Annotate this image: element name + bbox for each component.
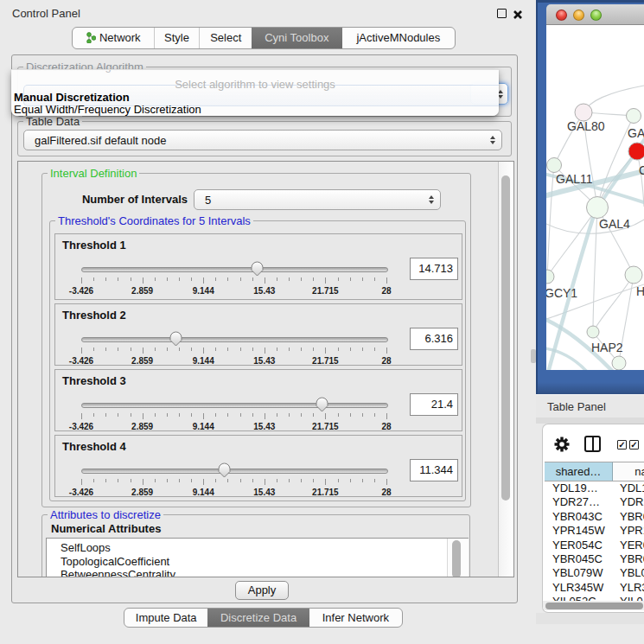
network-node-label: GAL11 — [556, 172, 593, 186]
slider-tick — [203, 413, 204, 419]
tab-select[interactable]: Select — [199, 28, 252, 48]
slider-tick — [313, 413, 314, 417]
table-data-combobox[interactable]: galFiltered.sif default node — [23, 130, 502, 150]
algorithm-option-manual[interactable]: Manual Discretization — [14, 91, 130, 104]
tab-network[interactable]: Network — [73, 28, 154, 48]
slider-thumb[interactable] — [316, 397, 328, 412]
slider-tick — [338, 277, 339, 281]
network-node-label: GAL4 — [599, 217, 630, 231]
table-cell-name[interactable]: YDL1 — [620, 481, 644, 494]
slider-tick — [277, 413, 277, 417]
slider-track[interactable] — [81, 403, 388, 408]
threshold-value-field[interactable]: 6.316 — [410, 328, 458, 350]
minimize-traffic-light[interactable] — [573, 10, 584, 21]
list-scrollbar-track[interactable] — [447, 539, 469, 577]
threshold-box: Threshold 2-3.4262.8599.14415.4321.71528… — [54, 303, 462, 366]
network-node[interactable] — [547, 158, 562, 173]
threshold-box: Threshold 3-3.4262.8599.14415.4321.71528… — [54, 369, 462, 431]
table-cell-name[interactable]: YBR0 — [620, 552, 644, 565]
table-cell-name[interactable]: YBL0 — [620, 566, 644, 579]
table-cell-shared-name[interactable]: YER054C — [552, 539, 603, 552]
column-header-name[interactable]: na… — [613, 462, 644, 481]
horizontal-scrollbar-track[interactable] — [543, 601, 644, 610]
column-header-shared-name[interactable]: shared… — [545, 462, 613, 481]
network-node[interactable] — [587, 326, 599, 338]
slider-thumb[interactable] — [218, 462, 231, 478]
network-node[interactable] — [625, 266, 642, 284]
slider-tick — [362, 413, 363, 417]
slider-tick — [338, 479, 339, 482]
threshold-value-field[interactable]: 11.344 — [410, 459, 458, 481]
attribute-list-item[interactable]: TopologicalCoefficient — [47, 555, 444, 569]
tab-style[interactable]: Style — [154, 28, 200, 48]
attribute-list-item[interactable]: SelfLoops — [47, 541, 444, 555]
tab-cyni-toolbox[interactable]: Cyni Toolbox — [252, 28, 342, 48]
slider-tick — [289, 348, 290, 351]
float-window-button[interactable] — [497, 9, 507, 18]
slider-tick — [240, 277, 241, 281]
network-node[interactable] — [628, 143, 644, 160]
network-node[interactable] — [575, 104, 592, 121]
apply-button[interactable]: Apply — [235, 581, 289, 600]
table-cell-shared-name[interactable]: YDR27… — [552, 495, 600, 508]
number-of-intervals-combobox[interactable]: 5 — [194, 189, 441, 210]
table-cell-name[interactable]: YDR2 — [620, 495, 644, 508]
zoom-traffic-light[interactable] — [590, 10, 602, 21]
table-cell-name[interactable]: YER0 — [620, 539, 644, 552]
slider-tick — [374, 413, 375, 417]
table-cell-shared-name[interactable]: YBL079W — [552, 566, 603, 579]
slider-track[interactable] — [81, 337, 388, 342]
slider-tick-label: 9.144 — [193, 488, 214, 497]
algorithm-option-equal-width[interactable]: Equal Width/Frequency Discretization — [14, 103, 201, 116]
columns-icon[interactable] — [584, 436, 601, 452]
split-pane-handle[interactable] — [531, 349, 536, 363]
table-cell-name[interactable]: YLR3 — [620, 581, 644, 594]
slider-tick — [252, 413, 253, 417]
tab-discretize-data[interactable]: Discretize Data — [207, 609, 309, 627]
network-node[interactable] — [627, 109, 641, 124]
horizontal-scrollbar-thumb[interactable] — [545, 603, 643, 609]
table-cell-shared-name[interactable]: YBR043C — [552, 510, 603, 523]
table-cell-name[interactable]: YBR0 — [620, 510, 644, 523]
slider-track[interactable] — [81, 267, 388, 272]
slider-track[interactable] — [81, 469, 388, 474]
network-node[interactable] — [612, 356, 626, 370]
table-cell-shared-name[interactable]: YPR145W — [552, 524, 605, 537]
slider-tick — [301, 348, 302, 351]
slider-thumb[interactable] — [169, 331, 182, 347]
slider-tick — [81, 348, 82, 354]
slider-tick — [240, 413, 241, 417]
close-window-button[interactable] — [513, 8, 523, 23]
ghost-discretization-title: Discretization Algorithm — [25, 69, 143, 73]
close-traffic-light[interactable] — [556, 10, 567, 21]
slider-tick — [289, 479, 290, 482]
slider-tick — [105, 479, 106, 482]
gear-icon[interactable] — [552, 434, 572, 455]
attribute-list-item[interactable]: BetweennessCentrality — [47, 568, 444, 577]
network-window-titlebar[interactable] — [546, 4, 644, 25]
slider-tick — [313, 277, 314, 281]
scrollbar-thumb[interactable] — [501, 175, 510, 501]
network-node[interactable] — [546, 270, 554, 284]
threshold-value-field[interactable]: 14.713 — [410, 258, 458, 280]
network-canvas[interactable]: GAL80GAL…CGAL11GAL4GCY1HHAP2 — [546, 25, 644, 370]
slider-tick — [215, 277, 216, 281]
checkbox-icon[interactable]: ✓ — [629, 440, 639, 450]
tab-infer-network[interactable]: Infer Network — [309, 609, 402, 627]
tab-impute-data[interactable]: Impute Data — [124, 609, 207, 627]
table-cell-shared-name[interactable]: YLR345W — [552, 581, 603, 594]
table-cell-name[interactable]: YPR1 — [620, 524, 644, 537]
tab-jactivemnodules[interactable]: jActiveMNodules — [342, 28, 455, 48]
network-node[interactable] — [587, 197, 609, 219]
list-scrollbar-thumb[interactable] — [452, 540, 461, 577]
window-title: Control Panel — [12, 7, 80, 20]
slider-tick-label: -3.426 — [69, 422, 93, 431]
slider-tick-label: 2.859 — [131, 488, 153, 497]
slider-tick — [155, 479, 156, 482]
table-cell-shared-name[interactable]: YDL19… — [552, 481, 598, 494]
table-cell-shared-name[interactable]: YBR045C — [552, 552, 603, 565]
slider-thumb[interactable] — [251, 261, 264, 277]
slider-tick — [191, 277, 192, 281]
checkbox-icon[interactable]: ✓ — [617, 440, 627, 450]
threshold-value-field[interactable]: 21.4 — [410, 393, 458, 416]
